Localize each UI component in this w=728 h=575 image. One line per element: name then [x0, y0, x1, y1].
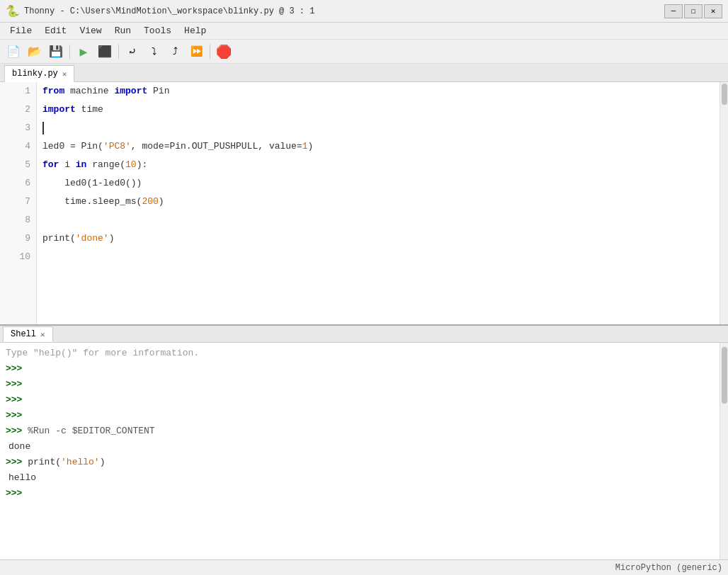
line-number-6: 6 — [6, 174, 30, 193]
token-kw: import — [114, 82, 147, 101]
resume-button[interactable]: ⏩ — [187, 42, 205, 61]
status-text: MicroPython (generic) — [615, 563, 722, 573]
menu-item-file[interactable]: File — [4, 24, 38, 38]
tab-close-icon[interactable]: ✕ — [62, 69, 67, 79]
menu-item-run[interactable]: Run — [109, 24, 137, 38]
shell-tab[interactable]: Shell ✕ — [3, 326, 53, 342]
editor-scrollbar-thumb[interactable] — [722, 84, 727, 105]
shell-tab-close-icon[interactable]: ✕ — [40, 330, 45, 339]
token-plain: machine — [64, 82, 114, 101]
token-plain: ) — [159, 193, 164, 211]
code-line-3 — [42, 119, 714, 137]
shell-entry-2: >>> — [6, 392, 714, 408]
step-out-button[interactable]: ⤴ — [166, 42, 184, 61]
token-plain: ) — [109, 229, 115, 248]
token-plain: i — [59, 156, 75, 174]
shell-output-text: hello — [6, 472, 36, 483]
shell-prompt-icon: >>> — [6, 379, 22, 389]
code-line-4: led0 = Pin('PC8', mode=Pin.OUT_PUSHPULL,… — [42, 137, 714, 156]
editor-container: blinky.py ✕ 12345678910 from machine imp… — [0, 64, 728, 324]
line-number-8: 8 — [6, 211, 30, 229]
title-bar-left: 🐍 Thonny - C:\Users\MindMotion\_workspac… — [6, 4, 314, 18]
line-numbers: 12345678910 — [0, 82, 37, 324]
line-number-10: 10 — [6, 248, 30, 266]
code-line-9: print('done') — [42, 229, 714, 248]
minimize-button[interactable]: ─ — [664, 4, 683, 18]
line-number-9: 9 — [6, 229, 30, 248]
open-file-button[interactable]: 📂 — [25, 42, 44, 61]
shell-entry-5: done — [6, 439, 714, 455]
step-over-button[interactable]: ⤾ — [123, 42, 142, 61]
new-file-button[interactable]: 📄 — [4, 42, 23, 61]
token-plain: led0(1-led0()) — [42, 174, 142, 193]
line-number-5: 5 — [6, 156, 30, 174]
shell-entry-8: >>> — [6, 486, 714, 501]
menu-item-view[interactable]: View — [74, 24, 107, 38]
shell-prompt-icon: >>> — [6, 394, 22, 405]
shell-prompt-icon: >>> — [6, 363, 22, 374]
shell-entry-1: >>> — [6, 377, 714, 392]
tab-filename: blinky.py — [12, 69, 58, 79]
code-line-6: led0(1-led0()) — [42, 174, 714, 193]
token-num: 1 — [302, 137, 308, 156]
shell-text[interactable]: Type "help()" for more information.>>> >… — [0, 343, 720, 559]
line-number-2: 2 — [6, 101, 30, 119]
code-line-5: for i in range(10): — [42, 156, 714, 174]
token-plain: time — [76, 101, 103, 119]
status-bar: MicroPython (generic) — [0, 559, 728, 575]
shell-entry-7: hello — [6, 470, 714, 486]
code-area[interactable]: from machine import Pinimport timeled0 =… — [37, 82, 720, 324]
shell-cmd-token: print( — [28, 457, 61, 467]
app-icon: 🐍 — [6, 4, 20, 18]
shell-entry-4: >>> %Run -c $EDITOR_CONTENT — [6, 423, 714, 439]
code-line-10 — [42, 248, 714, 266]
shell-entry-0: >>> — [6, 361, 714, 377]
editor-scrollbar[interactable] — [720, 82, 728, 324]
shell-tab-label: Shell — [11, 329, 36, 339]
shell-scrollbar[interactable] — [720, 343, 728, 559]
stop-button[interactable]: 🛑 — [215, 42, 233, 61]
menu-item-tools[interactable]: Tools — [138, 24, 177, 38]
title-bar-controls: ─ ☐ ✕ — [664, 4, 722, 18]
token-kw: from — [42, 82, 64, 101]
menu-item-help[interactable]: Help — [178, 24, 212, 38]
step-into-button[interactable]: ⤵ — [144, 42, 163, 61]
toolbar-separator-3 — [210, 45, 210, 59]
shell-content: Type "help()" for more information.>>> >… — [0, 343, 728, 559]
token-plain: led0 = Pin( — [42, 137, 103, 156]
maximize-button[interactable]: ☐ — [684, 4, 703, 18]
token-str: 'done' — [76, 229, 109, 248]
shell-cmd-token: ) — [100, 457, 106, 467]
run-button[interactable]: ▶ — [74, 42, 93, 61]
line-number-1: 1 — [6, 82, 30, 101]
title-bar: 🐍 Thonny - C:\Users\MindMotion\_workspac… — [0, 0, 728, 23]
shell-scrollbar-thumb[interactable] — [722, 347, 727, 404]
shell-prompt-icon: >>> — [6, 457, 28, 467]
token-num: 200 — [142, 193, 158, 211]
token-kw: for — [42, 156, 59, 174]
close-button[interactable]: ✕ — [704, 4, 722, 18]
menu-bar: FileEditViewRunToolsHelp — [0, 23, 728, 40]
text-cursor — [42, 122, 44, 135]
shell-command-text: %Run -c $EDITOR_CONTENT — [28, 426, 154, 436]
token-plain: print( — [42, 229, 76, 248]
editor-area[interactable]: 12345678910 from machine import Pinimpor… — [0, 82, 728, 324]
editor-tab-blinky[interactable]: blinky.py ✕ — [4, 65, 74, 82]
shell-tab-bar: Shell ✕ — [0, 326, 728, 343]
token-kw: in — [76, 156, 87, 174]
token-plain: range( — [86, 156, 125, 174]
debug-button[interactable]: ⬛ — [96, 42, 114, 61]
code-line-7: time.sleep_ms(200) — [42, 193, 714, 211]
shell-prompt-icon: >>> — [6, 488, 22, 499]
menu-item-edit[interactable]: Edit — [39, 24, 72, 38]
shell-entry-3: >>> — [6, 408, 714, 423]
shell-prompt-icon: >>> — [6, 410, 22, 421]
save-file-button[interactable]: 💾 — [47, 42, 65, 61]
toolbar-separator-2 — [118, 45, 119, 59]
token-plain: time.sleep_ms( — [42, 193, 142, 211]
token-str: 'PC8' — [103, 137, 131, 156]
token-kw: import — [42, 101, 76, 119]
code-line-8 — [42, 211, 714, 229]
window-title: Thonny - C:\Users\MindMotion\_workspace\… — [24, 6, 314, 16]
token-plain: ) — [308, 137, 314, 156]
